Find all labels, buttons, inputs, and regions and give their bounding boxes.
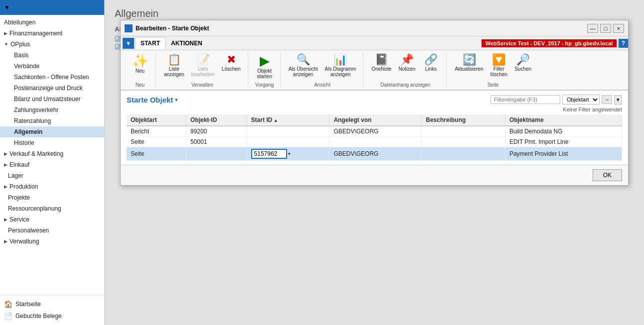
content-title-text: Starte Objekt [127,96,173,104]
ribbon-btn-suchen[interactable]: 🔎 Suchen [511,52,534,74]
minimize-button[interactable]: — [587,24,598,33]
ribbon-group-items: 📓 OneNote 📌 Notizen 🔗 Links [368,52,442,81]
ribbon-btn-label: Links [425,66,437,72]
sidebar-item-gebuchte[interactable]: 📄 Gebuchte Belege [4,310,100,322]
sidebar-item-label: Ressourcenplanung [8,205,61,212]
tab-start[interactable]: START [135,37,165,49]
ribbon-btn-objekt-starten[interactable]: ▶ Objektstarten [253,52,276,81]
filter-more-button[interactable]: ▾ [614,95,622,105]
sidebar-item-label: Personalwesen [8,227,49,234]
sidebar-item-finanzmanagement[interactable]: ▶ Finanzmanagement [0,28,104,39]
data-table: Objektart Objekt-ID Start ID Angelegt vo… [127,114,622,161]
sidebar-item-basis[interactable]: Basis [0,50,104,61]
filter-input[interactable] [490,95,560,104]
sidebar-item-service[interactable]: ▶ Service [0,214,104,225]
webservice-badge: WebService Test - DEV_2017 - hp_gb.gbedv… [482,39,617,47]
ribbon-group-dateianhang: 📓 OneNote 📌 Notizen 🔗 Links Dateianhang … [364,52,447,88]
col-objektart[interactable]: Objektart [127,114,186,126]
ribbon-btn-liste-anzeigen[interactable]: 📋 Listeanzeigen [161,52,187,79]
ribbon-btn-links[interactable]: 🔗 Links [419,52,442,74]
expand-icon: ▶ [4,239,7,244]
sidebar-header[interactable]: ▼ [0,0,104,15]
ribbon-btn-notizen[interactable]: 📌 Notizen [395,52,418,74]
sidebar-item-allgemein[interactable]: Allgemein [0,126,104,137]
ribbon-group-label: Dateianhang anzeigen [380,82,430,88]
sidebar-item-einkauf[interactable]: ▶ Einkauf [0,159,104,170]
col-start-id[interactable]: Start ID [247,114,329,126]
content-title-dropdown-icon[interactable]: ▾ [175,97,177,103]
ribbon-btn-label: Als Diagrammanzeigen [325,66,356,77]
expand-icon: ▼ [4,42,8,47]
ok-button[interactable]: OK [593,169,622,181]
cell-angelegt-von: GBEDV\GEORG [329,126,422,137]
ribbon-group-vorgang: ▶ Objektstarten Vorgang [249,52,281,88]
start-id-input[interactable] [251,149,287,159]
modal-title: Bearbeiten - Starte Objekt [125,24,209,32]
sidebar-item-abteilungen[interactable]: Abteilungen [0,17,104,28]
ribbon-btn-onenote[interactable]: 📓 OneNote [368,52,394,74]
ribbon-btn-label: Objektstarten [257,68,272,79]
home-icon: 🏠 [4,300,12,308]
sidebar-item-label: Verbände [14,63,39,70]
content-header: Starte Objekt ▾ Objektart → ▾ [127,95,622,105]
ribbon-dropdown-button[interactable]: ▼ [123,38,134,49]
sidebar-toggle-icon[interactable]: ▼ [4,4,10,11]
search-icon: 🔎 [516,54,530,65]
ribbon-btn-neu[interactable]: ✨ Neu [129,52,152,76]
sidebar-item-startseite[interactable]: 🏠 Startseite [4,298,100,310]
filter-go-button[interactable]: → [602,95,612,104]
col-beschreibung[interactable]: Beschreibung [422,114,505,126]
sidebar-item-zahlungsv[interactable]: Zahlungsverkehr [0,105,104,115]
sidebar-item-label: Zahlungsverkehr [14,107,58,113]
cell-objektname: Payment Provider List [505,147,622,161]
sidebar-item-verbande[interactable]: Verbände [0,61,104,72]
ribbon-btn-filter-loschen[interactable]: 🔽 Filterlöschen [487,52,510,79]
sidebar-item-lager[interactable]: Lager [0,170,104,181]
cell-start-id[interactable]: ▾ [247,147,329,161]
sidebar-item-bilanz[interactable]: Bilanz und Umsatzsteuer [0,94,104,105]
sidebar-item-sachkonten[interactable]: Sachkonten - Offene Posten [0,72,104,83]
filter-select[interactable]: Objektart [562,95,600,105]
help-button[interactable]: ? [619,39,628,48]
sidebar-item-opplus[interactable]: ▼ OPplus [0,39,104,50]
sidebar-item-postenanz[interactable]: Postenanzeige und Druck [0,83,104,94]
table-row[interactable]: Bericht 99200 GBEDV\GEORG Build Demodata… [127,126,622,137]
sidebar-bottom-label: Gebuchte Belege [15,313,62,320]
cell-objektart: Bericht [127,126,186,137]
list-view-icon: 📋 [167,54,181,65]
table-row-selected[interactable]: Seite ▾ GBEDV\GEORG P [127,147,622,161]
sidebar-item-verkauf[interactable]: ▶ Verkauf & Marketing [0,148,104,159]
col-objekt-id[interactable]: Objekt-ID [186,114,247,126]
ribbon-btn-aktualisieren[interactable]: 🔄 Aktualisieren [452,52,486,74]
ribbon-btn-als-ubersicht[interactable]: 🔍 Als Übersichtanzeigen [286,52,321,79]
sidebar-item-ressourcen[interactable]: Ressourcenplanung [0,203,104,214]
document-icon: 📄 [4,312,12,320]
start-id-dropdown-icon[interactable]: ▾ [288,151,291,156]
cell-angelegt-von: GBEDV\GEORG [329,147,422,161]
ribbon-group-seite: 🔄 Aktualisieren 🔽 Filterlöschen 🔎 Suchen [448,52,538,88]
ribbon-btn-label: Aktualisieren [455,66,483,72]
ribbon-btn-loschen[interactable]: ✖ Löschen [219,52,244,74]
cell-start-id [247,126,329,137]
maximize-button[interactable]: □ [600,24,611,33]
sidebar-item-historie[interactable]: Historie [0,137,104,148]
sidebar-item-verwaltung[interactable]: ▶ Verwaltung [0,236,104,247]
sidebar-item-projekte[interactable]: Projekte [0,192,104,203]
sidebar-item-personal[interactable]: Personalwesen [0,225,104,236]
tab-aktionen[interactable]: AKTIONEN [165,37,208,49]
cell-start-id [247,137,329,147]
col-angelegt-von[interactable]: Angelegt von [329,114,422,126]
expand-icon: ▶ [4,184,7,189]
close-button[interactable]: × [613,24,624,33]
sidebar-item-produktion[interactable]: ▶ Produktion [0,181,104,192]
ribbon-group-label: Verwalten [191,82,213,88]
table-row[interactable]: Seite 50001 EDIT Pmt. Import Line [127,137,622,147]
col-objektname[interactable]: Objektname [505,114,622,126]
ribbon-btn-als-diagramm[interactable]: 📊 Als Diagrammanzeigen [322,52,359,79]
ribbon-group-items: 🔄 Aktualisieren 🔽 Filterlöschen 🔎 Suchen [452,52,534,81]
new-icon: ✨ [132,54,148,67]
sidebar-item-ratenzahl[interactable]: Ratenzahlung [0,115,104,126]
ribbon-btn-label: Filterlöschen [490,66,507,77]
ribbon-toolbar: ✨ Neu Neu 📋 Listeanzeigen 📝 [121,50,628,91]
ribbon-btn-label: Suchen [514,66,531,72]
